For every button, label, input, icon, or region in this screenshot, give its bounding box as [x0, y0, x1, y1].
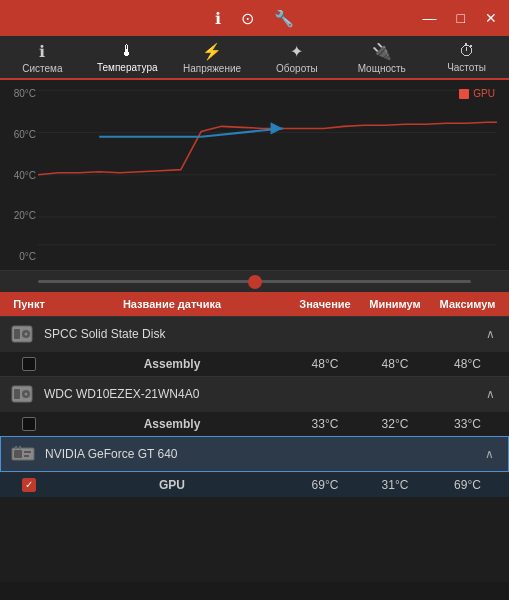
svg-point-11 — [25, 333, 28, 336]
camera-icon[interactable]: ⊙ — [241, 9, 254, 28]
svg-rect-18 — [24, 451, 31, 453]
y-label-20: 20°C — [2, 210, 36, 221]
close-button[interactable]: ✕ — [481, 8, 501, 28]
chart-legend: GPU — [459, 88, 495, 99]
tab-bar: ℹ Система 🌡 Температура ⚡ Напряжение ✦ О… — [0, 36, 509, 80]
tab-system[interactable]: ℹ Система — [0, 36, 85, 80]
fans-tab-icon: ✦ — [290, 42, 303, 61]
chevron-icon-wdc: ∧ — [486, 387, 495, 401]
svg-point-15 — [25, 393, 28, 396]
cell-max-wdc-assembly: 33°C — [430, 417, 505, 431]
header-punkt: Пункт — [4, 298, 54, 310]
data-row-wdc-assembly: Assembly 33°C 32°C 33°C — [0, 411, 509, 436]
data-row-spcc-assembly: Assembly 48°C 48°C 48°C — [0, 351, 509, 376]
freq-tab-icon: ⏱ — [459, 42, 475, 60]
tab-voltage[interactable]: ⚡ Напряжение — [170, 36, 255, 80]
svg-rect-9 — [14, 329, 20, 339]
titlebar-icons: ℹ ⊙ 🔧 — [215, 9, 294, 28]
header-max: Максимум — [430, 298, 505, 310]
group-row-wdc[interactable]: WDC WD10EZEX-21WN4A0 ∧ — [0, 376, 509, 411]
chevron-icon-spcc: ∧ — [486, 327, 495, 341]
temperature-tab-icon: 🌡 — [119, 42, 135, 60]
group-label-spcc: SPCC Solid State Disk — [44, 327, 486, 341]
cell-punkt-wdc-assembly[interactable] — [4, 417, 54, 431]
freq-tab-label: Частоты — [447, 62, 486, 73]
chevron-icon-nvidia: ∧ — [485, 447, 494, 461]
group-label-wdc: WDC WD10EZEX-21WN4A0 — [44, 387, 486, 401]
svg-rect-13 — [14, 389, 20, 399]
cell-punkt-nvidia-gpu[interactable]: ✓ — [4, 478, 54, 492]
cell-min-wdc-assembly: 32°C — [360, 417, 430, 431]
maximize-button[interactable]: □ — [453, 8, 469, 28]
power-tab-icon: 🔌 — [372, 42, 392, 61]
cell-punkt-spcc-assembly[interactable] — [4, 357, 54, 371]
legend-label-gpu: GPU — [473, 88, 495, 99]
svg-rect-17 — [14, 450, 22, 458]
y-label-60: 60°C — [2, 129, 36, 140]
checkbox-spcc-assembly[interactable] — [22, 357, 36, 371]
voltage-tab-label: Напряжение — [183, 63, 241, 74]
checkbox-nvidia-gpu[interactable]: ✓ — [22, 478, 36, 492]
y-label-80: 80°C — [2, 88, 36, 99]
svg-rect-19 — [24, 455, 29, 457]
table-header: Пункт Название датчика Значение Минимум … — [0, 292, 509, 316]
titlebar: ℹ ⊙ 🔧 — □ ✕ — [0, 0, 509, 36]
tab-fans[interactable]: ✦ Обороты — [254, 36, 339, 80]
cell-name-wdc-assembly: Assembly — [54, 417, 290, 431]
temperature-tab-label: Температура — [97, 62, 158, 73]
y-label-0: 0°C — [2, 251, 36, 262]
disk-icon-wdc — [8, 383, 36, 405]
gpu-icon-nvidia — [9, 443, 37, 465]
voltage-tab-icon: ⚡ — [202, 42, 222, 61]
cell-max-spcc-assembly: 48°C — [430, 357, 505, 371]
minimize-button[interactable]: — — [419, 8, 441, 28]
data-row-nvidia-gpu: ✓ GPU 69°C 31°C 69°C — [0, 472, 509, 497]
header-name: Название датчика — [54, 298, 290, 310]
power-tab-label: Мощность — [358, 63, 406, 74]
cell-value-wdc-assembly: 33°C — [290, 417, 360, 431]
tab-power[interactable]: 🔌 Мощность — [339, 36, 424, 80]
cell-min-spcc-assembly: 48°C — [360, 357, 430, 371]
cell-value-nvidia-gpu: 69°C — [290, 478, 360, 492]
fans-tab-label: Обороты — [276, 63, 318, 74]
cell-max-nvidia-gpu: 69°C — [430, 478, 505, 492]
table-body[interactable]: SPCC Solid State Disk ∧ Assembly 48°C 48… — [0, 316, 509, 582]
header-min: Минимум — [360, 298, 430, 310]
group-row-nvidia[interactable]: NVIDIA GeForce GT 640 ∧ — [0, 436, 509, 472]
system-tab-label: Система — [22, 63, 62, 74]
system-tab-icon: ℹ — [39, 42, 45, 61]
chart-area: 80°C 60°C 40°C 20°C 0°C GPU — [0, 80, 509, 270]
legend-color-gpu — [459, 89, 469, 99]
y-label-40: 40°C — [2, 170, 36, 181]
chart-slider — [0, 270, 509, 292]
tab-freq[interactable]: ⏱ Частоты — [424, 36, 509, 80]
group-row-spcc[interactable]: SPCC Solid State Disk ∧ — [0, 316, 509, 351]
titlebar-controls: — □ ✕ — [419, 8, 501, 28]
slider-track[interactable] — [38, 280, 471, 283]
header-value: Значение — [290, 298, 360, 310]
cell-name-nvidia-gpu: GPU — [54, 478, 290, 492]
group-label-nvidia: NVIDIA GeForce GT 640 — [45, 447, 485, 461]
chart-y-labels: 80°C 60°C 40°C 20°C 0°C — [0, 80, 38, 270]
svg-rect-20 — [15, 446, 17, 449]
disk-icon-spcc — [8, 323, 36, 345]
checkbox-wdc-assembly[interactable] — [22, 417, 36, 431]
cell-value-spcc-assembly: 48°C — [290, 357, 360, 371]
tab-temperature[interactable]: 🌡 Температура — [85, 36, 170, 80]
svg-rect-21 — [19, 446, 21, 449]
cell-min-nvidia-gpu: 31°C — [360, 478, 430, 492]
slider-thumb[interactable] — [248, 275, 262, 289]
cell-name-spcc-assembly: Assembly — [54, 357, 290, 371]
chart-svg — [38, 80, 497, 250]
info-icon[interactable]: ℹ — [215, 9, 221, 28]
wrench-icon[interactable]: 🔧 — [274, 9, 294, 28]
